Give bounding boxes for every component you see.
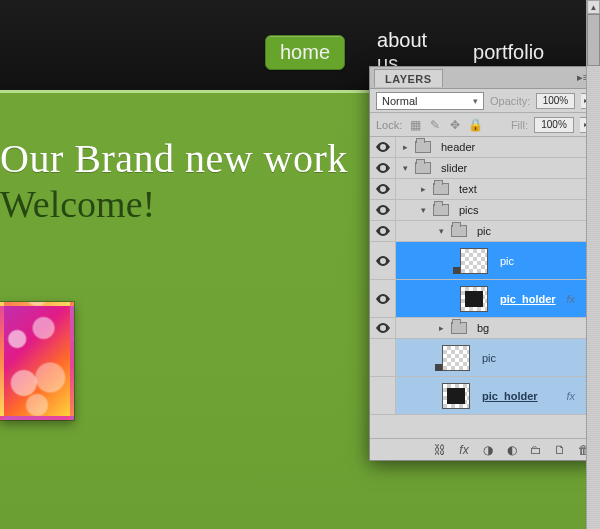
layer-thumbnail[interactable] bbox=[442, 383, 470, 409]
hero-heading-1: Our Brand new work bbox=[0, 135, 348, 182]
visibility-toggle[interactable] bbox=[370, 377, 396, 414]
layer-row-text[interactable]: ▸ text bbox=[370, 179, 598, 200]
visibility-toggle[interactable] bbox=[370, 242, 396, 279]
layer-name: pic bbox=[477, 225, 491, 237]
visibility-toggle[interactable] bbox=[370, 158, 396, 178]
disclosure-triangle-icon[interactable]: ▾ bbox=[400, 163, 411, 173]
opacity-value[interactable]: 100% bbox=[536, 93, 574, 109]
layer-name: text bbox=[459, 183, 477, 195]
panel-tabbar: LAYERS ▸≡ bbox=[370, 67, 598, 89]
visibility-toggle[interactable] bbox=[370, 280, 396, 317]
layer-thumbnail[interactable] bbox=[460, 286, 488, 312]
lock-paint-icon[interactable]: ✎ bbox=[428, 118, 442, 132]
layer-row-pics[interactable]: ▾ pics bbox=[370, 200, 598, 221]
folder-icon bbox=[415, 141, 431, 153]
layer-row-pic[interactable]: pic bbox=[370, 242, 598, 280]
lock-transparent-icon[interactable]: ▦ bbox=[408, 118, 422, 132]
layer-name: pic bbox=[482, 352, 496, 364]
blend-mode-value: Normal bbox=[382, 95, 417, 107]
vertical-scrollbar[interactable]: ▲ bbox=[586, 0, 600, 529]
layer-name: header bbox=[441, 141, 475, 153]
visibility-toggle[interactable] bbox=[370, 200, 396, 220]
folder-icon bbox=[415, 162, 431, 174]
visibility-toggle[interactable] bbox=[370, 221, 396, 241]
folder-icon bbox=[433, 183, 449, 195]
scroll-thumb[interactable] bbox=[587, 14, 600, 66]
link-layers-icon[interactable]: ⛓ bbox=[432, 442, 448, 458]
layer-name: pic_holder bbox=[482, 390, 538, 402]
layers-panel: LAYERS ▸≡ Normal ▾ Opacity: 100% ▸ Lock:… bbox=[369, 66, 599, 461]
layer-row-pic-group[interactable]: ▾ pic bbox=[370, 221, 598, 242]
lock-label: Lock: bbox=[376, 119, 402, 131]
fill-value[interactable]: 100% bbox=[534, 117, 574, 133]
scroll-up-icon[interactable]: ▲ bbox=[587, 0, 600, 14]
nav-portfolio[interactable]: portfolio bbox=[459, 35, 558, 70]
visibility-toggle[interactable] bbox=[370, 318, 396, 338]
lock-position-icon[interactable]: ✥ bbox=[448, 118, 462, 132]
layer-name: pic bbox=[500, 255, 514, 267]
visibility-toggle[interactable] bbox=[370, 179, 396, 199]
visibility-toggle[interactable] bbox=[370, 339, 396, 376]
nav-home[interactable]: home bbox=[265, 35, 345, 70]
fx-badge[interactable]: fx bbox=[566, 390, 575, 402]
layer-row-header[interactable]: ▸ header bbox=[370, 137, 598, 158]
hero-thumbnail bbox=[0, 302, 74, 420]
new-fill-adjust-icon[interactable]: ◐ bbox=[504, 442, 520, 458]
hero-heading-2: Welcome! bbox=[0, 182, 155, 226]
layer-name: pics bbox=[459, 204, 479, 216]
layer-name: bg bbox=[477, 322, 489, 334]
chevron-down-icon: ▾ bbox=[473, 96, 478, 106]
lock-all-icon[interactable]: 🔒 bbox=[468, 118, 482, 132]
blend-row: Normal ▾ Opacity: 100% ▸ bbox=[370, 89, 598, 113]
fx-badge[interactable]: fx bbox=[566, 293, 575, 305]
new-layer-icon[interactable]: 🗋 bbox=[552, 442, 568, 458]
layer-row-slider[interactable]: ▾ slider bbox=[370, 158, 598, 179]
fill-label: Fill: bbox=[511, 119, 528, 131]
layer-row-pic-hidden[interactable]: pic bbox=[370, 339, 598, 377]
layer-row-pic-holder[interactable]: pic_holder fx ▾ bbox=[370, 280, 598, 318]
disclosure-triangle-icon[interactable]: ▾ bbox=[436, 226, 447, 236]
disclosure-triangle-icon[interactable]: ▸ bbox=[418, 184, 429, 194]
new-group-icon[interactable]: 🗀 bbox=[528, 442, 544, 458]
visibility-toggle[interactable] bbox=[370, 137, 396, 157]
layer-thumbnail[interactable] bbox=[442, 345, 470, 371]
add-mask-icon[interactable]: ◑ bbox=[480, 442, 496, 458]
lock-row: Lock: ▦ ✎ ✥ 🔒 Fill: 100% ▸ bbox=[370, 113, 598, 137]
opacity-label: Opacity: bbox=[490, 95, 530, 107]
layer-name: slider bbox=[441, 162, 467, 174]
disclosure-triangle-icon[interactable]: ▸ bbox=[436, 323, 447, 333]
disclosure-triangle-icon[interactable]: ▾ bbox=[418, 205, 429, 215]
layer-name: pic_holder bbox=[500, 293, 556, 305]
panel-footer: ⛓ fx ◑ ◐ 🗀 🗋 🗑 bbox=[370, 438, 598, 460]
layer-row-pic-holder-hidden[interactable]: pic_holder fx ▾ bbox=[370, 377, 598, 415]
layer-row-bg[interactable]: ▸ bg bbox=[370, 318, 598, 339]
blend-mode-select[interactable]: Normal ▾ bbox=[376, 92, 484, 110]
disclosure-triangle-icon[interactable]: ▸ bbox=[400, 142, 411, 152]
folder-icon bbox=[451, 225, 467, 237]
folder-icon bbox=[451, 322, 467, 334]
layers-tab-label: LAYERS bbox=[385, 73, 432, 85]
layer-thumbnail[interactable] bbox=[460, 248, 488, 274]
layer-tree: ▸ header ▾ slider ▸ bbox=[370, 137, 598, 438]
folder-icon bbox=[433, 204, 449, 216]
add-layer-style-icon[interactable]: fx bbox=[456, 442, 472, 458]
layers-tab[interactable]: LAYERS bbox=[374, 69, 443, 87]
